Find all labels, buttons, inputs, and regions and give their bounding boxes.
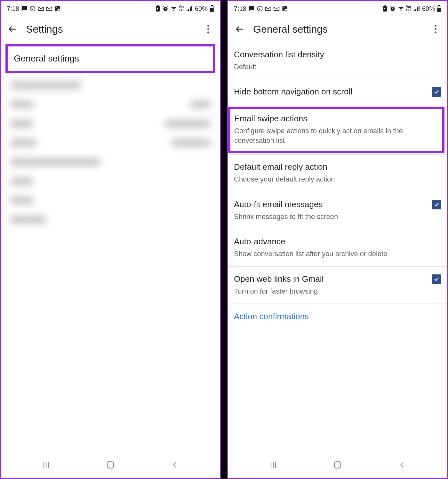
setting-default-reply[interactable]: Default email reply action Choose your d… bbox=[228, 155, 447, 192]
setting-sub: Shrink messages to fit the screen bbox=[234, 212, 427, 222]
blurred-accounts-list bbox=[1, 75, 220, 242]
svg-rect-4 bbox=[157, 5, 159, 6]
nav-recent[interactable] bbox=[262, 459, 284, 471]
setting-open-web-links[interactable]: Open web links in Gmail Turn on for fast… bbox=[228, 267, 447, 304]
mail-icon-2 bbox=[46, 6, 52, 11]
svg-rect-8 bbox=[190, 7, 191, 11]
setting-title: Email swipe actions bbox=[234, 113, 438, 124]
svg-rect-23 bbox=[414, 10, 415, 11]
nav-back[interactable] bbox=[164, 459, 186, 471]
setting-sub: Choose your default reply action bbox=[234, 175, 441, 184]
status-bar: 7:18 bbox=[228, 1, 447, 16]
back-button[interactable] bbox=[234, 23, 245, 35]
status-right: Vo)LTE 60% bbox=[155, 5, 214, 12]
svg-rect-21 bbox=[384, 5, 386, 6]
setting-email-swipe-wrapper: Email swipe actions Configure swipe acti… bbox=[228, 107, 447, 155]
phone-left: 7:18 bbox=[0, 0, 221, 479]
frame-divider bbox=[221, 0, 227, 479]
general-settings-item[interactable]: General settings bbox=[5, 44, 215, 73]
alarm-icon bbox=[389, 5, 396, 12]
app-bar: General settings bbox=[228, 16, 447, 42]
battery-percent: 60% bbox=[422, 5, 435, 12]
svg-rect-6 bbox=[187, 10, 188, 11]
svg-point-14 bbox=[207, 28, 209, 30]
wifi-icon bbox=[171, 6, 177, 11]
svg-point-13 bbox=[207, 25, 209, 27]
chat-icon bbox=[21, 5, 28, 12]
setting-title: Auto-fit email messages bbox=[234, 199, 427, 210]
mail-icon-2 bbox=[273, 6, 280, 11]
overflow-menu[interactable] bbox=[203, 23, 214, 35]
svg-rect-25 bbox=[417, 7, 418, 11]
setting-sub: Default bbox=[234, 62, 441, 72]
phone-right: 7:18 bbox=[227, 0, 448, 479]
svg-point-17 bbox=[257, 6, 262, 11]
setting-hide-bottom-nav[interactable]: Hide bottom navigation on scroll bbox=[228, 79, 447, 105]
checkbox-checked[interactable] bbox=[432, 200, 441, 209]
nav-home[interactable] bbox=[99, 459, 122, 471]
svg-rect-9 bbox=[191, 6, 192, 11]
nav-home[interactable] bbox=[326, 459, 349, 471]
overflow-menu[interactable] bbox=[430, 23, 441, 35]
svg-rect-11 bbox=[211, 5, 213, 6]
setting-sub: Configure swipe actions to quickly act o… bbox=[234, 126, 438, 145]
status-time: 7:18 bbox=[234, 5, 246, 12]
setting-email-swipe[interactable]: Email swipe actions Configure swipe acti… bbox=[228, 107, 444, 153]
mail-icon bbox=[38, 6, 44, 11]
setting-title: Auto-advance bbox=[234, 236, 441, 247]
battery-icon bbox=[437, 5, 441, 12]
battery-saver-icon bbox=[382, 5, 388, 12]
checkbox-checked[interactable] bbox=[432, 87, 441, 97]
image-icon bbox=[282, 5, 288, 12]
setting-sub: Turn on for faster browsing bbox=[234, 287, 427, 296]
battery-percent: 60% bbox=[195, 5, 208, 12]
svg-point-19 bbox=[284, 7, 284, 8]
battery-saver-icon bbox=[155, 5, 160, 12]
setting-auto-fit[interactable]: Auto-fit email messages Shrink messages … bbox=[228, 192, 447, 229]
status-right: Vo)LTE 60% bbox=[382, 5, 441, 12]
status-bar: 7:18 bbox=[1, 1, 220, 16]
volte-icon: Vo)LTE bbox=[179, 5, 185, 12]
back-button[interactable] bbox=[7, 23, 18, 35]
signal-icon bbox=[414, 6, 420, 11]
svg-rect-7 bbox=[188, 9, 189, 11]
setting-conversation-density[interactable]: Conversation list density Default bbox=[228, 42, 447, 79]
setting-title: Conversation list density bbox=[234, 49, 441, 60]
general-settings-label: General settings bbox=[14, 53, 79, 64]
settings-list: Conversation list density Default Hide b… bbox=[228, 42, 447, 321]
setting-title: Open web links in Gmail bbox=[234, 274, 427, 285]
svg-rect-29 bbox=[437, 8, 441, 12]
battery-icon bbox=[210, 5, 214, 12]
volte-icon: Vo)LTE bbox=[406, 5, 412, 12]
page-title: Settings bbox=[26, 23, 195, 35]
svg-point-31 bbox=[435, 28, 436, 30]
setting-title: Default email reply action bbox=[234, 162, 441, 173]
nav-recent[interactable] bbox=[35, 459, 57, 471]
svg-point-32 bbox=[435, 32, 436, 34]
svg-point-0 bbox=[30, 6, 35, 11]
svg-point-30 bbox=[435, 25, 436, 27]
checkbox-checked[interactable] bbox=[432, 274, 441, 284]
wifi-icon bbox=[398, 6, 404, 11]
page-title: General settings bbox=[253, 23, 422, 35]
setting-auto-advance[interactable]: Auto-advance Show conversation list afte… bbox=[228, 229, 447, 266]
alarm-icon bbox=[162, 5, 169, 12]
nav-bar bbox=[228, 456, 447, 478]
setting-sub: Show conversation list after you archive… bbox=[234, 249, 441, 259]
chat-icon bbox=[248, 5, 255, 12]
whatsapp-icon bbox=[257, 5, 263, 12]
svg-point-15 bbox=[207, 32, 209, 34]
whatsapp-icon bbox=[29, 5, 36, 12]
svg-rect-26 bbox=[419, 6, 420, 11]
svg-point-2 bbox=[56, 7, 57, 8]
section-heading: Action confirmations bbox=[228, 304, 447, 321]
signal-icon bbox=[187, 6, 193, 11]
content-left: General settings bbox=[1, 42, 220, 456]
status-time: 7:18 bbox=[7, 5, 19, 12]
setting-title: Hide bottom navigation on scroll bbox=[234, 86, 427, 97]
svg-rect-12 bbox=[210, 8, 213, 12]
svg-rect-24 bbox=[415, 9, 416, 11]
nav-back[interactable] bbox=[391, 459, 413, 471]
app-bar: Settings bbox=[1, 16, 220, 42]
svg-rect-16 bbox=[107, 462, 114, 468]
